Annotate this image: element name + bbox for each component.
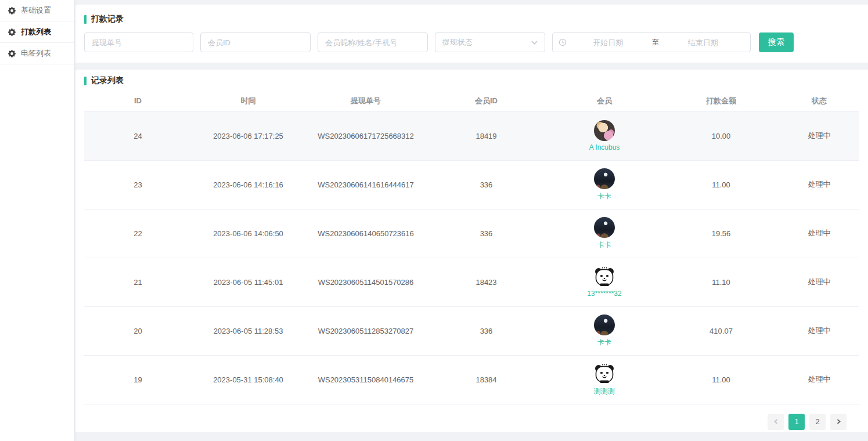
panda-meme-avatar xyxy=(594,363,615,384)
gear-icon xyxy=(8,7,16,15)
page-button-2[interactable]: 2 xyxy=(809,414,826,430)
cell-member: 13*******32 xyxy=(546,258,663,306)
title-accent-bar xyxy=(84,15,87,24)
cell-id: 24 xyxy=(84,111,192,160)
cell-order-no: WS20230605114501570286 xyxy=(305,258,427,306)
cell-order-no: WS20230606171725668312 xyxy=(305,111,427,160)
table-row[interactable]: 23 2023-06-06 14:16:16 WS202306061416164… xyxy=(84,160,859,209)
panda-meme-avatar xyxy=(594,266,615,287)
column-header: 时间 xyxy=(192,91,305,111)
cell-status: 处理中 xyxy=(779,111,859,160)
cell-id: 22 xyxy=(84,209,192,258)
order-no-input[interactable] xyxy=(84,32,193,52)
gear-icon xyxy=(8,28,16,36)
cell-amount: 11.00 xyxy=(663,355,779,404)
cell-time: 2023-05-31 15:08:40 xyxy=(192,355,305,404)
records-table: ID时间提现单号会员ID会员打款金额状态 24 2023-06-06 17:17… xyxy=(84,91,859,404)
table-row[interactable]: 19 2023-05-31 15:08:40 WS202305311508401… xyxy=(84,355,859,404)
cell-order-no: WS20230606141616444617 xyxy=(305,160,427,209)
night-sky-avatar xyxy=(594,217,615,238)
cell-order-no: WS20230531150840146675 xyxy=(305,355,427,404)
sidebar: 基础设置 打款列表 电签列表 xyxy=(0,0,75,441)
table-row[interactable]: 21 2023-06-05 11:45:01 WS202306051145015… xyxy=(84,258,859,306)
chevron-right-icon xyxy=(836,419,841,424)
column-header: 状态 xyxy=(779,91,859,111)
sidebar-item-esign-list[interactable]: 电签列表 xyxy=(0,43,74,64)
cell-id: 20 xyxy=(84,306,192,355)
member-name-link[interactable]: 卡卡 xyxy=(597,338,611,348)
cell-member-id: 18423 xyxy=(427,258,546,306)
column-header: 会员 xyxy=(546,91,663,111)
sidebar-item-label: 打款列表 xyxy=(21,27,51,37)
cell-order-no: WS20230606140650723616 xyxy=(305,209,427,258)
record-list-title-text: 记录列表 xyxy=(91,75,124,86)
next-page-button[interactable] xyxy=(830,414,847,430)
record-list-title: 记录列表 xyxy=(84,75,859,86)
member-info-input[interactable] xyxy=(318,32,428,52)
cell-status: 处理中 xyxy=(779,306,859,355)
cell-status: 处理中 xyxy=(779,258,859,306)
search-panel: 打款记录 提现状态 至 搜索 xyxy=(75,5,868,63)
night-sky-avatar xyxy=(594,315,615,335)
member-name-link[interactable]: 13*******32 xyxy=(587,290,621,298)
table-row[interactable]: 20 2023-06-05 11:28:53 WS202306051128532… xyxy=(84,306,859,355)
cell-amount: 10.00 xyxy=(663,111,779,160)
cell-member: 卡卡 xyxy=(546,306,663,355)
cell-id: 21 xyxy=(84,258,192,306)
record-table-body: 24 2023-06-06 17:17:25 WS202306061717256… xyxy=(84,111,859,404)
column-header: 提现单号 xyxy=(305,91,427,111)
sidebar-item-label: 基础设置 xyxy=(21,5,51,16)
cell-member-id: 336 xyxy=(427,160,546,209)
member-id-input[interactable] xyxy=(200,32,311,52)
chevron-left-icon xyxy=(773,419,779,424)
cell-member: 卡卡 xyxy=(546,209,663,258)
cell-order-no: WS20230605112853270827 xyxy=(305,306,427,355)
search-panel-title-text: 打款记录 xyxy=(91,14,124,24)
title-accent-bar xyxy=(84,77,87,85)
cell-time: 2023-06-05 11:45:01 xyxy=(192,258,305,306)
sidebar-item-basic-settings[interactable]: 基础设置 xyxy=(0,0,74,21)
search-button[interactable]: 搜索 xyxy=(759,32,794,52)
cell-time: 2023-06-05 11:28:53 xyxy=(192,306,305,355)
table-row[interactable]: 24 2023-06-06 17:17:25 WS202306061717256… xyxy=(84,111,859,160)
member-name-link[interactable]: A Incubus xyxy=(589,143,620,151)
cell-id: 19 xyxy=(84,355,192,404)
member-name-link[interactable]: 卡卡 xyxy=(597,240,611,250)
cell-amount: 19.56 xyxy=(663,209,779,258)
status-select-placeholder: 提现状态 xyxy=(442,37,473,48)
dog-avatar xyxy=(594,120,615,141)
date-separator: 至 xyxy=(650,37,662,48)
cell-member: 测测测 xyxy=(546,355,663,404)
prev-page-button[interactable] xyxy=(768,414,784,430)
cell-amount: 11.10 xyxy=(663,258,779,306)
chevron-down-icon xyxy=(531,41,538,45)
member-name-link[interactable]: 卡卡 xyxy=(597,191,611,201)
date-range-picker[interactable]: 至 xyxy=(552,32,751,52)
clock-icon xyxy=(559,38,567,46)
cell-member-id: 336 xyxy=(427,306,546,355)
table-header-row: ID时间提现单号会员ID会员打款金额状态 xyxy=(84,91,859,111)
night-sky-avatar xyxy=(594,168,615,189)
search-filters: 提现状态 至 搜索 xyxy=(84,32,859,52)
cell-member: A Incubus xyxy=(546,111,663,160)
start-date-input[interactable] xyxy=(567,38,650,47)
table-row[interactable]: 22 2023-06-06 14:06:50 WS202306061406507… xyxy=(84,209,859,258)
column-header: ID xyxy=(84,91,192,111)
status-select[interactable]: 提现状态 xyxy=(435,32,545,52)
cell-status: 处理中 xyxy=(779,355,859,404)
cell-member-id: 336 xyxy=(427,209,546,258)
sidebar-item-payment-list[interactable]: 打款列表 xyxy=(0,21,74,43)
cell-time: 2023-06-06 17:17:25 xyxy=(192,111,305,160)
record-list-panel: 记录列表 ID时间提现单号会员ID会员打款金额状态 24 2023-06-06 … xyxy=(75,70,868,432)
column-header: 打款金额 xyxy=(663,91,779,111)
member-name-link[interactable]: 测测测 xyxy=(594,386,615,396)
cell-status: 处理中 xyxy=(779,160,859,209)
column-header: 会员ID xyxy=(427,91,546,111)
cell-member-id: 18384 xyxy=(427,355,546,404)
page-button-1[interactable]: 1 xyxy=(788,414,805,430)
cell-member: 卡卡 xyxy=(546,160,663,209)
cell-member-id: 18419 xyxy=(427,111,546,160)
search-panel-title: 打款记录 xyxy=(84,14,859,24)
end-date-input[interactable] xyxy=(662,38,745,47)
cell-amount: 410.07 xyxy=(663,306,779,355)
